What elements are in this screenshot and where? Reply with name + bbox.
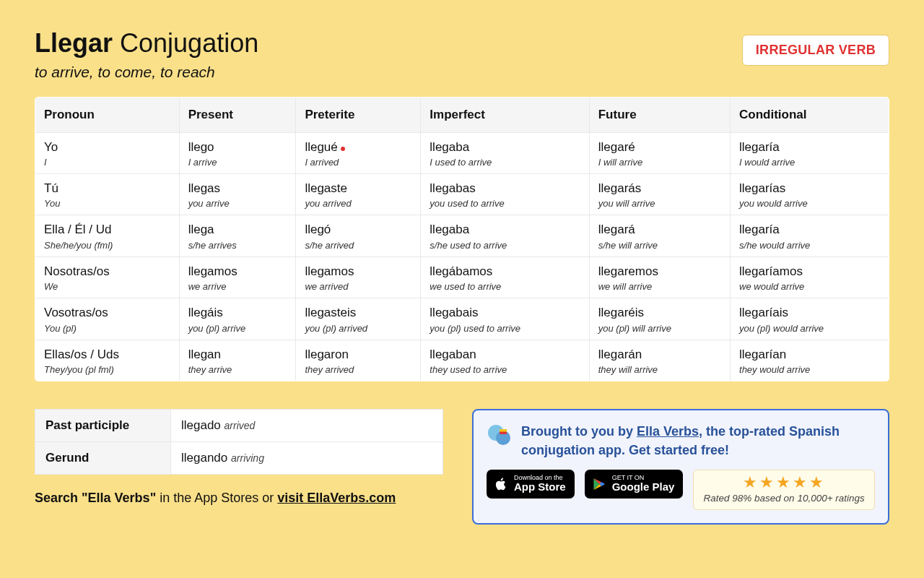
pronoun-cell: TúYou: [35, 173, 180, 215]
conjugation-cell: llegas/he arrives: [179, 215, 296, 256]
conjugation-cell: llegasyou arrive: [179, 173, 296, 215]
table-row: Ellas/os / UdsThey/you (pl fml)lleganthe…: [35, 340, 889, 381]
app-icon: [487, 422, 513, 448]
conjugation-cell: lleganthey arrive: [179, 340, 296, 381]
pronoun-cell: Ella / Él / UdShe/he/you (fml): [35, 215, 180, 256]
pronoun-cell: YoI: [35, 132, 180, 173]
star-icons: ★★★★★: [701, 475, 867, 491]
conjugation-cell: llegaríaisyou (pl) would arrive: [731, 298, 889, 340]
app-store-badge[interactable]: Download on the App Store: [487, 470, 575, 499]
rating-text: Rated 98% based on 10,000+ ratings: [701, 493, 867, 504]
table-row: Vosotras/osYou (pl)llegáisyou (pl) arriv…: [35, 298, 889, 340]
conjugation-cell: llegabaI used to arrive: [421, 132, 589, 173]
conjugation-cell: llegaríamoswe would arrive: [731, 256, 889, 298]
conjugation-cell: llegasteyou arrived: [296, 173, 421, 215]
svg-rect-3: [500, 429, 507, 432]
apple-icon: [494, 476, 508, 492]
table-row: Gerund llegando arriving: [35, 441, 443, 474]
conjugation-cell: llegábamoswe used to arrive: [421, 256, 589, 298]
verb-translation: to arrive, to come, to reach: [35, 64, 258, 81]
google-play-icon: [592, 476, 606, 492]
gerund-value: llegando arriving: [171, 441, 443, 474]
conjugation-cell: llegaríaI would arrive: [731, 132, 889, 173]
column-header: Conditional: [731, 97, 889, 132]
conjugation-cell: llegarás/he will arrive: [589, 215, 730, 256]
conjugation-cell: llegarías/he would arrive: [731, 215, 889, 256]
conjugation-cell: llegasteisyou (pl) arrived: [296, 298, 421, 340]
conjugation-cell: llegabasyou used to arrive: [421, 173, 589, 215]
conjugation-cell: llegoI arrive: [179, 132, 296, 173]
page-title: Llegar Conjugation: [35, 29, 258, 58]
table-row: Ella / Él / UdShe/he/you (fml)llegas/he …: [35, 215, 889, 256]
column-header: Preterite: [296, 97, 421, 132]
conjugation-cell: llegabaisyou (pl) used to arrive: [421, 298, 589, 340]
conjugation-cell: llegarásyou will arrive: [589, 173, 730, 215]
search-note: Search "Ella Verbs" in the App Stores or…: [35, 491, 443, 506]
column-header: Future: [589, 97, 730, 132]
past-participle-label: Past participle: [35, 409, 171, 441]
conjugation-cell: llegaríanthey would arrive: [731, 340, 889, 381]
conjugation-cell: llegós/he arrived: [296, 215, 421, 256]
conjugation-table: PronounPresentPreteriteImperfectFutureCo…: [35, 97, 889, 381]
conjugation-cell: llegabas/he used to arrive: [421, 215, 589, 256]
pronoun-cell: Ellas/os / UdsThey/you (pl fml): [35, 340, 180, 381]
pronoun-cell: Vosotras/osYou (pl): [35, 298, 180, 340]
column-header: Pronoun: [35, 97, 180, 132]
table-row: Nosotras/osWellegamoswe arrivellegamoswe…: [35, 256, 889, 298]
conjugation-cell: lleguéI arrived: [296, 132, 421, 173]
conjugation-cell: llegaránthey will arrive: [589, 340, 730, 381]
gerund-label: Gerund: [35, 441, 171, 474]
conjugation-cell: llegamoswe arrive: [179, 256, 296, 298]
irregular-dot-icon: [341, 147, 345, 151]
table-row: Past participle llegado arrived: [35, 409, 443, 441]
conjugation-cell: llegáisyou (pl) arrive: [179, 298, 296, 340]
conjugation-cell: llegaríasyou would arrive: [731, 173, 889, 215]
table-row: YoIllegoI arrivelleguéI arrivedllegabaI …: [35, 132, 889, 173]
conjugation-cell: llegaréisyou (pl) will arrive: [589, 298, 730, 340]
verb-forms-table: Past participle llegado arrived Gerund l…: [35, 409, 443, 475]
promo-text: Brought to you by Ella Verbs, the top-ra…: [521, 422, 875, 460]
google-play-badge[interactable]: GET IT ON Google Play: [585, 470, 684, 499]
rating-box: ★★★★★ Rated 98% based on 10,000+ ratings: [693, 470, 875, 510]
ellaverbs-link[interactable]: visit EllaVerbs.com: [277, 491, 396, 505]
title-suffix: Conjugation: [120, 28, 258, 58]
table-row: TúYoullegasyou arrivellegasteyou arrived…: [35, 173, 889, 215]
conjugation-cell: llegaréI will arrive: [589, 132, 730, 173]
ella-verbs-link[interactable]: Ella Verbs: [637, 424, 699, 439]
irregular-verb-badge: IRREGULAR VERB: [742, 35, 889, 66]
verb-name: Llegar: [35, 28, 113, 58]
conjugation-cell: llegabanthey used to arrive: [421, 340, 589, 381]
promo-box: Brought to you by Ella Verbs, the top-ra…: [472, 409, 889, 525]
past-participle-value: llegado arrived: [171, 409, 443, 441]
conjugation-cell: llegaronthey arrived: [296, 340, 421, 381]
column-header: Imperfect: [421, 97, 589, 132]
column-header: Present: [179, 97, 296, 132]
conjugation-cell: llegaremoswe will arrive: [589, 256, 730, 298]
conjugation-cell: llegamoswe arrived: [296, 256, 421, 298]
pronoun-cell: Nosotras/osWe: [35, 256, 180, 298]
